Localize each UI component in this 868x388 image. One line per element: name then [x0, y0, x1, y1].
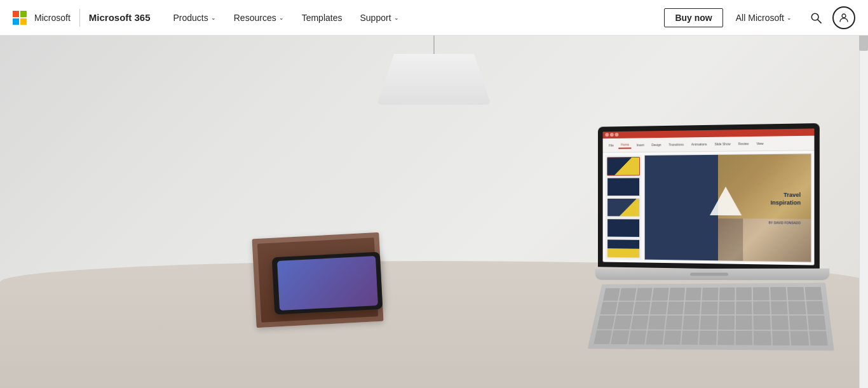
scrollbar[interactable]: [859, 0, 868, 388]
nav-divider: [79, 9, 80, 27]
ppt-thumb-1: [607, 157, 640, 176]
titlebar-dot: [610, 133, 614, 137]
keyboard-key: [681, 330, 699, 345]
all-microsoft-label: All Microsoft: [736, 13, 784, 23]
keyboard-key: [593, 330, 612, 344]
keyboard-key: [682, 316, 700, 330]
profile-icon: [838, 12, 850, 23]
profile-button[interactable]: [832, 6, 855, 29]
svg-point-2: [842, 14, 846, 18]
slide-title-line1: Travel: [770, 192, 801, 199]
microsoft-logo-link[interactable]: Microsoft: [13, 11, 71, 25]
support-label: Support: [360, 13, 391, 23]
keyboard-key: [631, 316, 649, 329]
nav-links: Products ⌄ Resources ⌄ Templates Support…: [166, 9, 665, 27]
keyboard-key: [614, 316, 632, 329]
hero-section: File Home Insert Design Transitions Anim…: [0, 0, 868, 388]
keyboard-key: [754, 331, 771, 345]
all-microsoft-button[interactable]: All Microsoft ⌄: [728, 9, 799, 27]
ppt-thumb-3: [607, 198, 640, 217]
keyboard-key: [611, 330, 629, 344]
products-label: Products: [173, 13, 208, 23]
slide-triangle: [710, 187, 742, 215]
search-icon: [810, 12, 822, 23]
keyboard-key: [772, 331, 790, 345]
lamp-cord: [433, 35, 435, 54]
keyboard-key: [771, 301, 788, 314]
keyboard-key: [699, 330, 716, 345]
keyboard-key: [718, 316, 735, 330]
ppt-thumbnails-panel: [605, 155, 642, 260]
slide-title: Travel Inspiration: [770, 192, 801, 207]
ribbon-tab-home: Home: [618, 141, 631, 149]
ribbon-tab-view: View: [754, 140, 766, 147]
nav-link-resources[interactable]: Resources ⌄: [226, 9, 292, 27]
keyboard-key: [806, 301, 824, 314]
slide-subtitle-text: BY DAVID FONSADO: [768, 220, 801, 224]
phone-decoration: [273, 255, 381, 312]
keyboard-key: [788, 301, 806, 314]
laptop-decoration: File Home Insert Design Transitions Anim…: [588, 125, 830, 353]
keyboard-key: [809, 331, 828, 345]
keyboard-key: [600, 302, 618, 314]
microsoft-wordmark: Microsoft: [34, 13, 71, 23]
keyboard-key: [736, 301, 752, 314]
keyboard-key: [736, 331, 753, 345]
microsoft-logo-icon: [13, 11, 27, 25]
keyboard-key: [790, 331, 809, 345]
keyboard-key: [701, 301, 717, 314]
keyboard-key: [665, 316, 682, 330]
keyboard-key: [736, 287, 752, 300]
ppt-thumb-2: [607, 177, 640, 196]
keyboard-key: [619, 288, 636, 301]
ppt-body: Travel Inspiration BY DAVID FONSADO: [603, 151, 815, 265]
titlebar-dot: [615, 133, 619, 137]
phone-screen: [277, 256, 378, 311]
powerpoint-ui: File Home Insert Design Transitions Anim…: [603, 128, 815, 265]
keyboard-key: [652, 288, 668, 300]
navbar: Microsoft Microsoft 365 Products ⌄ Resou…: [0, 0, 868, 36]
ribbon-tab-design: Design: [649, 142, 663, 148]
keyboard-key: [808, 316, 826, 330]
keyboard-key: [753, 287, 770, 300]
resources-chevron-icon: ⌄: [279, 15, 284, 21]
nav-right: Buy now All Microsoft ⌄: [664, 6, 855, 29]
keyboard-key: [719, 301, 735, 314]
templates-label: Templates: [302, 13, 342, 23]
svg-line-1: [818, 19, 821, 22]
slide-title-line2: Inspiration: [770, 199, 801, 207]
keyboard-key: [804, 287, 822, 300]
nav-link-support[interactable]: Support ⌄: [352, 9, 406, 27]
nav-link-products[interactable]: Products ⌄: [166, 9, 224, 27]
titlebar-dot: [605, 133, 609, 137]
nav-link-templates[interactable]: Templates: [294, 9, 350, 27]
ppt-ribbon: File Home Insert Design Transitions Anim…: [603, 135, 815, 152]
lamp-shade: [377, 54, 491, 105]
keyboard-key: [789, 316, 807, 330]
search-button[interactable]: [804, 6, 827, 29]
keyboard-key: [717, 330, 735, 345]
keyboard-key: [787, 287, 804, 300]
phone: [272, 252, 383, 315]
buy-now-button[interactable]: Buy now: [664, 8, 722, 27]
resources-label: Resources: [234, 13, 276, 23]
ppt-main-slide: Travel Inspiration BY DAVID FONSADO: [644, 153, 812, 262]
products-chevron-icon: ⌄: [211, 15, 216, 21]
support-chevron-icon: ⌄: [394, 15, 399, 21]
laptop-screen: File Home Insert Design Transitions Anim…: [603, 128, 815, 265]
keyboard-key: [754, 316, 771, 330]
keyboard-key: [648, 316, 666, 329]
keyboard-key: [633, 302, 650, 314]
ribbon-tab-insert: Insert: [634, 142, 647, 148]
keyboard-key: [754, 301, 770, 314]
ppt-thumb-5: [607, 239, 640, 258]
ribbon-tab-slideshow: Slide Show: [712, 140, 733, 147]
keyboard-key: [616, 302, 634, 314]
all-microsoft-chevron-icon: ⌄: [787, 15, 792, 21]
keyboard-key: [685, 288, 702, 300]
keyboard-key: [646, 330, 663, 345]
keyboard-key: [628, 330, 647, 344]
keyboard-key: [668, 288, 685, 300]
ppt-thumb-4: [607, 218, 640, 237]
keyboard-key: [635, 288, 653, 300]
